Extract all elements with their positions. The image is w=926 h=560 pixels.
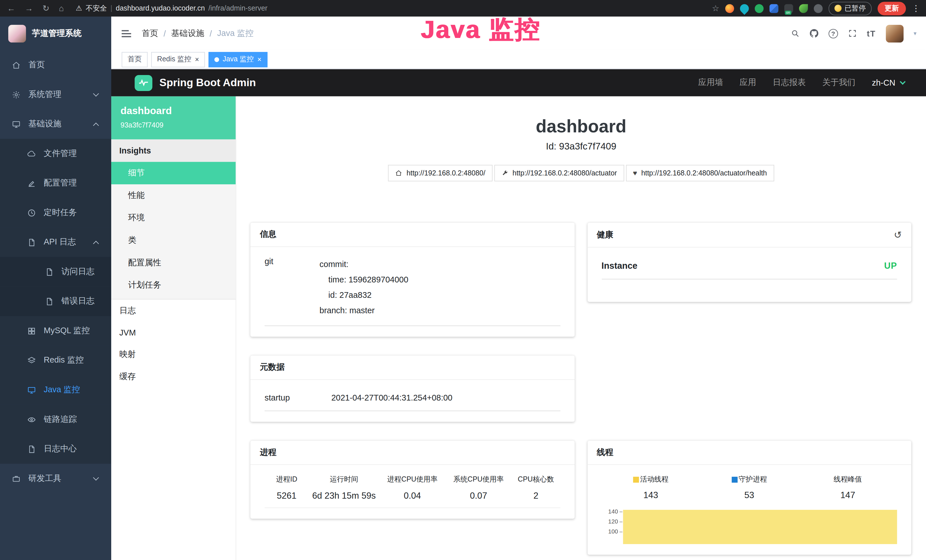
sidebar-item-infrastructure[interactable]: 基础设施	[0, 109, 111, 139]
sidebar-item-label: 文件管理	[44, 148, 77, 159]
sidebar-item-mysql-monitor[interactable]: MySQL 监控	[0, 316, 111, 346]
legend-value: 53	[700, 490, 799, 500]
sidebar-item-dev-tools[interactable]: 研发工具	[0, 464, 111, 493]
sidebar-item-config-mgmt[interactable]: 配置管理	[0, 168, 111, 198]
sba-item-details[interactable]: 细节	[111, 162, 236, 184]
card-title: 信息	[260, 229, 276, 240]
card-title: 线程	[597, 447, 613, 458]
history-icon[interactable]: ↺	[894, 229, 902, 240]
sidebar-item-scheduled-jobs[interactable]: 定时任务	[0, 198, 111, 228]
breadcrumb-item[interactable]: 首页	[142, 28, 158, 38]
metadata-key: startup	[265, 393, 331, 402]
sba-item-scheduled-tasks[interactable]: 计划任务	[111, 274, 236, 297]
sba-item-caches[interactable]: 缓存	[111, 366, 236, 388]
home-icon	[12, 61, 22, 69]
security-label[interactable]: 不安全	[86, 3, 107, 13]
app-logo[interactable]: 芋道管理系统	[0, 17, 111, 50]
nav-wallboard[interactable]: 应用墙	[698, 77, 723, 88]
sidebar-item-log-center[interactable]: 日志中心	[0, 434, 111, 464]
sba-nav: 应用墙 应用 日志报表 关于我们 zh-CN	[698, 77, 926, 88]
sba-item-jvm[interactable]: JVM	[111, 322, 236, 344]
extension-icon[interactable]	[755, 4, 763, 12]
browser-update-button[interactable]: 更新	[878, 2, 906, 15]
edit-icon	[27, 179, 37, 188]
extension-icon[interactable]	[769, 4, 778, 12]
sidebar-item-redis-monitor[interactable]: Redis 监控	[0, 345, 111, 375]
locale-selector[interactable]: zh-CN	[872, 78, 905, 87]
sba-brand[interactable]: Spring Boot Admin	[159, 76, 256, 89]
tab-java-monitor[interactable]: Java 监控 ×	[209, 51, 267, 67]
health-url: http://192.168.0.2:48080/actuator/health	[641, 169, 767, 177]
browser-back-icon[interactable]: ←	[7, 3, 15, 13]
browser-forward-icon[interactable]: →	[25, 3, 33, 13]
monitor-icon	[27, 385, 37, 394]
tab-redis-monitor[interactable]: Redis 监控 ×	[151, 51, 205, 67]
sba-item-logs[interactable]: 日志	[111, 300, 236, 322]
status-badge: UP	[884, 260, 897, 271]
help-icon[interactable]: ?	[828, 29, 838, 38]
tab-home[interactable]: 首页	[122, 51, 148, 67]
info-key: git	[265, 256, 320, 318]
extension-icon[interactable]	[814, 4, 823, 12]
chevron-up-icon	[93, 123, 99, 128]
tab-label: Redis 监控	[157, 54, 191, 65]
process-table: 进程ID 运行时间 进程CPU使用率 系统CPU使用率 CPU核心数 5261 …	[265, 474, 560, 508]
bookmark-star-icon[interactable]: ☆	[712, 3, 719, 13]
cloud-icon	[27, 149, 37, 158]
font-size-icon[interactable]: tT	[867, 29, 876, 38]
extension-icon[interactable]	[725, 4, 734, 12]
sidebar-item-file-mgmt[interactable]: 文件管理	[0, 139, 111, 169]
page-title: dashboard	[236, 117, 926, 136]
avatar[interactable]	[886, 24, 903, 42]
breadcrumb-item[interactable]: 基础设施	[171, 28, 204, 38]
info-row-git: git commit: time: 1596289704000 id: 27aa…	[265, 256, 560, 326]
search-icon[interactable]	[791, 29, 799, 38]
admin-sidebar: 芋道管理系统 首页 系统管理 基础设施 文件管理	[0, 17, 111, 560]
instance-header[interactable]: dashboard 93a3fc7f7409	[111, 97, 236, 139]
sidebar-item-java-monitor[interactable]: Java 监控	[0, 375, 111, 405]
sba-item-mappings[interactable]: 映射	[111, 343, 236, 366]
sidebar-item-trace[interactable]: 链路追踪	[0, 404, 111, 434]
emoji-face-icon	[834, 5, 841, 12]
extension-icon[interactable]	[799, 4, 808, 12]
fullscreen-icon[interactable]	[848, 29, 857, 38]
sba-item-classes[interactable]: 类	[111, 229, 236, 251]
sidebar-item-label: 定时任务	[44, 207, 77, 218]
extension-icon[interactable]	[738, 2, 750, 15]
nav-about[interactable]: 关于我们	[822, 77, 855, 88]
nav-applications[interactable]: 应用	[740, 77, 756, 88]
column-header: 系统CPU使用率	[445, 474, 511, 490]
close-icon[interactable]: ×	[257, 56, 262, 63]
nav-journal[interactable]: 日志报表	[773, 77, 806, 88]
browser-menu-icon[interactable]: ⋮	[912, 3, 920, 13]
service-url-button[interactable]: http://192.168.0.2:48080/	[388, 165, 492, 182]
hamburger-menu-icon[interactable]	[111, 30, 142, 37]
wrench-icon	[501, 170, 508, 177]
actuator-url-button[interactable]: http://192.168.0.2:48080/actuator	[494, 165, 624, 182]
github-icon[interactable]	[809, 29, 819, 38]
sba-item-metrics[interactable]: 性能	[111, 184, 236, 207]
sidebar-item-api-logs[interactable]: API 日志	[0, 227, 111, 257]
document-icon	[45, 297, 55, 306]
instance-links: http://192.168.0.2:48080/ http://192.168…	[236, 165, 926, 182]
paused-badge[interactable]: 已暂停	[828, 2, 872, 15]
info-card: 信息 git commit: time: 1596289704000 id: 2…	[250, 223, 574, 337]
close-icon[interactable]: ×	[195, 56, 199, 63]
address-bar[interactable]: ⚠ 不安全 | dashboard.yudao.iocoder.cn/infra…	[76, 3, 712, 13]
sidebar-item-error-logs[interactable]: 错误日志	[0, 286, 111, 316]
browser-home-icon[interactable]: ⌂	[59, 3, 64, 13]
active-dot-icon	[215, 57, 219, 62]
sidebar-item-system-mgmt[interactable]: 系统管理	[0, 80, 111, 109]
extension-icon[interactable]: on	[784, 4, 793, 12]
caret-down-icon[interactable]: ▾	[914, 30, 916, 37]
health-url-button[interactable]: ♥ http://192.168.0.2:48080/actuator/heal…	[626, 165, 774, 182]
sidebar-item-access-logs[interactable]: 访问日志	[0, 257, 111, 287]
browser-reload-icon[interactable]: ↻	[42, 3, 49, 13]
sba-item-environment[interactable]: 环境	[111, 207, 236, 229]
sidebar-item-home[interactable]: 首页	[0, 50, 111, 80]
y-tick: 120	[608, 518, 623, 528]
sba-item-config-props[interactable]: 配置属性	[111, 251, 236, 274]
cell-value: 5261	[265, 490, 309, 508]
sba-logo-icon[interactable]	[135, 75, 152, 91]
locale-label: zh-CN	[872, 78, 895, 87]
